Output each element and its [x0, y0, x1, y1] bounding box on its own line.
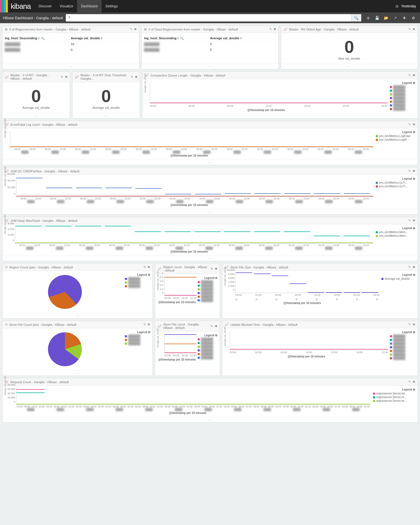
- edit-icon[interactable]: ✎: [408, 73, 411, 77]
- edit-icon[interactable]: ✎: [269, 27, 272, 31]
- share-dashboard-button[interactable]: ↗: [391, 14, 399, 21]
- legend-item[interactable]: jvm.JvmMetrics.GcTi...: [376, 181, 415, 185]
- filter-icon[interactable]: 🔍: [180, 37, 183, 40]
- legend-item[interactable]: ██████: [198, 341, 217, 345]
- save-dashboard-button[interactable]: 💾: [373, 14, 381, 21]
- legend-item[interactable]: ██████: [390, 349, 415, 353]
- legend-item[interactable]: ██████: [125, 338, 150, 342]
- close-icon[interactable]: ✖: [148, 265, 150, 269]
- legend-item[interactable]: ██████: [390, 356, 415, 360]
- legend-gear-icon[interactable]: ✿: [413, 177, 415, 180]
- legend-item[interactable]: ██████: [198, 298, 217, 302]
- collapse-toggle[interactable]: ︿: [3, 113, 70, 118]
- legend-item[interactable]: ██████: [125, 277, 150, 281]
- legend-gear-icon[interactable]: ✿: [148, 331, 150, 334]
- legend-item[interactable]: ██████: [198, 284, 217, 287]
- close-icon[interactable]: ✖: [413, 73, 415, 77]
- legend-item[interactable]: regionserver.Server.wr...: [373, 399, 415, 403]
- close-icon[interactable]: ✖: [413, 27, 415, 31]
- legend-item[interactable]: ██████: [198, 337, 217, 341]
- close-icon[interactable]: ✖: [148, 323, 150, 326]
- edit-icon[interactable]: ✎: [408, 219, 411, 222]
- collapse-toggle[interactable]: ︿: [3, 255, 417, 261]
- legend-item[interactable]: ██████: [390, 96, 415, 100]
- edit-icon[interactable]: ✎: [130, 27, 132, 31]
- legend-item[interactable]: jvm.JvmMetrics.LogW...: [376, 138, 415, 142]
- nav-dashboard[interactable]: Dashboard: [77, 0, 102, 12]
- legend-item[interactable]: ██████: [198, 356, 217, 359]
- edit-icon[interactable]: ✎: [143, 323, 146, 326]
- legend-item[interactable]: jvm.JvmMetrics.LogFatal: [376, 134, 415, 138]
- edit-icon[interactable]: ✎: [408, 27, 411, 31]
- legend-item[interactable]: ██████: [390, 353, 415, 356]
- edit-icon[interactable]: ✎: [143, 265, 146, 269]
- legend-gear-icon[interactable]: ✿: [148, 273, 150, 276]
- collapse-toggle[interactable]: ︿: [3, 417, 417, 422]
- close-icon[interactable]: ✖: [215, 267, 217, 271]
- legend-item[interactable]: ██████: [198, 295, 217, 298]
- legend-item[interactable]: ██████: [125, 281, 150, 284]
- legend-gear-icon[interactable]: ✿: [413, 131, 415, 134]
- close-icon[interactable]: ✖: [413, 265, 415, 269]
- legend-gear-icon[interactable]: ✿: [413, 227, 415, 230]
- col-host[interactable]: log_host: Descending: [144, 36, 176, 40]
- legend-gear-icon[interactable]: ✿: [413, 388, 415, 391]
- open-dashboard-button[interactable]: 📂: [382, 14, 390, 21]
- legend-item[interactable]: ██████: [198, 280, 217, 284]
- collapse-toggle[interactable]: ︿: [3, 209, 417, 214]
- nav-settings[interactable]: Settings: [102, 0, 122, 12]
- legend-item[interactable]: regionserver.Server.tot...: [373, 392, 415, 395]
- legend-item[interactable]: ██████: [198, 291, 217, 295]
- col-avg[interactable]: Average val_double: [71, 36, 100, 40]
- collapse-toggle[interactable]: ︿: [281, 64, 417, 69]
- collapse-toggle[interactable]: ︿: [142, 64, 278, 69]
- legend-gear-icon[interactable]: ✿: [413, 331, 415, 334]
- collapse-toggle[interactable]: ︿: [73, 113, 140, 118]
- sort-icon[interactable]: ⇵: [38, 37, 40, 40]
- legend-item[interactable]: ██████: [390, 342, 415, 345]
- edit-icon[interactable]: ✎: [408, 380, 411, 384]
- new-dashboard-button[interactable]: ⊕: [364, 14, 372, 21]
- edit-icon[interactable]: ✎: [211, 267, 213, 271]
- add-visualization-button[interactable]: ✚: [400, 14, 408, 21]
- col-avg[interactable]: Average val_double: [210, 36, 239, 40]
- legend-gear-icon[interactable]: ✿: [413, 273, 415, 276]
- edit-icon[interactable]: ✎: [61, 75, 63, 79]
- legend-item[interactable]: ██████: [125, 342, 150, 345]
- sort-icon[interactable]: ⇵: [177, 37, 179, 40]
- legend-item[interactable]: Average val_double: [381, 277, 415, 281]
- legend-item[interactable]: ██████: [198, 352, 217, 356]
- legend-item[interactable]: ██████: [125, 284, 150, 288]
- edit-icon[interactable]: ✎: [408, 169, 411, 173]
- legend-item[interactable]: ██████: [390, 89, 415, 92]
- close-icon[interactable]: ✖: [413, 169, 415, 173]
- close-icon[interactable]: ✖: [413, 123, 415, 126]
- edit-icon[interactable]: ✎: [211, 324, 213, 328]
- search-button[interactable]: 🔍: [351, 14, 361, 21]
- legend-item[interactable]: ██████: [125, 334, 150, 338]
- legend-item[interactable]: ██████: [390, 100, 415, 103]
- col-host[interactable]: log_host: Descending: [5, 36, 37, 40]
- nav-discover[interactable]: Discover: [35, 0, 56, 12]
- legend-item[interactable]: regionserver.Server.re...: [373, 395, 415, 399]
- legend-item[interactable]: jvm.JvmMetrics.GcTi...: [376, 185, 415, 188]
- collapse-toggle[interactable]: ︿: [222, 313, 417, 318]
- collapse-toggle[interactable]: ︿: [3, 159, 417, 165]
- legend-item[interactable]: ██████: [390, 92, 415, 96]
- collapse-toggle[interactable]: ︿: [3, 370, 152, 376]
- nav-visualize[interactable]: Visualize: [56, 0, 77, 12]
- legend-gear-icon[interactable]: ✿: [215, 334, 217, 337]
- close-icon[interactable]: ✖: [413, 219, 415, 222]
- close-icon[interactable]: ✖: [215, 324, 217, 328]
- legend-gear-icon[interactable]: ✿: [215, 276, 217, 279]
- search-input[interactable]: [66, 14, 351, 21]
- legend-gear-icon[interactable]: ✿: [413, 81, 415, 84]
- legend-item[interactable]: jvm.JvmMetrics.Mem...: [376, 230, 415, 234]
- close-icon[interactable]: ✖: [65, 75, 67, 79]
- legend-item[interactable]: ██████: [390, 85, 415, 89]
- close-icon[interactable]: ✖: [274, 27, 276, 31]
- sort-icon[interactable]: ⇵: [240, 37, 242, 40]
- filter-icon[interactable]: 🔍: [41, 37, 44, 40]
- legend-item[interactable]: ██████: [390, 345, 415, 349]
- close-icon[interactable]: ✖: [413, 323, 415, 326]
